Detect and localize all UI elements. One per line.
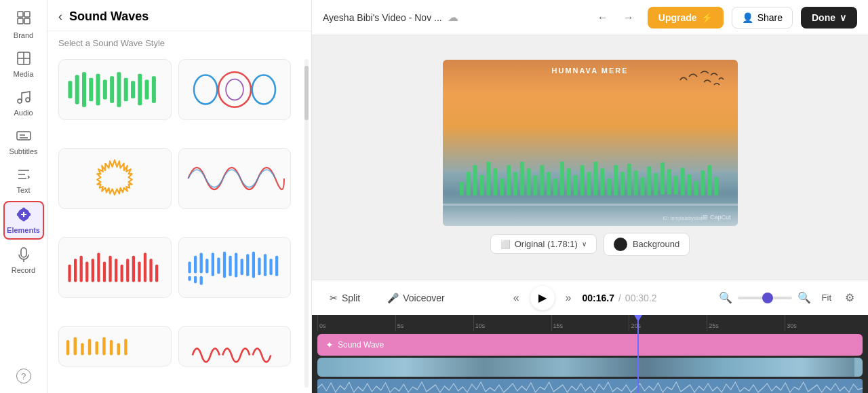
svg-rect-43	[103, 261, 106, 282]
fit-button[interactable]: Fit	[816, 290, 837, 305]
svg-rect-37	[68, 265, 71, 282]
share-button[interactable]: 👤 Share	[732, 7, 793, 29]
sidebar-item-audio[interactable]: Audio	[3, 85, 44, 121]
svg-rect-83	[473, 165, 477, 195]
svg-rect-115	[687, 174, 691, 195]
upgrade-button[interactable]: Upgrade ⚡	[648, 7, 724, 29]
settings-button[interactable]: ⚙	[842, 288, 857, 307]
redo-button[interactable]: →	[618, 9, 639, 26]
project-title: Ayesha Bibi's Video - Nov ...	[323, 12, 442, 23]
help-icon: ?	[16, 369, 31, 383]
skip-forward-button[interactable]: »	[566, 292, 572, 304]
svg-rect-107	[633, 170, 637, 195]
sidebar-item-elements[interactable]: Elements	[3, 201, 44, 240]
wave-style-bars-green[interactable]	[58, 59, 172, 120]
done-button[interactable]: Done ∨	[801, 7, 857, 29]
main-content: Ayesha Bibi's Video - Nov ... ☁ ← → Upgr…	[312, 0, 868, 393]
subtitles-label: Subtitles	[9, 147, 37, 155]
track-video[interactable]	[317, 358, 863, 377]
brand-icon	[16, 10, 32, 29]
watermark-id: ID: templatebysitah	[663, 216, 704, 221]
zoom-in-button[interactable]: 🔍	[797, 291, 811, 304]
svg-point-32	[218, 72, 251, 107]
total-time: 00:30.2	[625, 293, 657, 303]
sidebar-item-help[interactable]: ?	[3, 364, 44, 388]
svg-rect-100	[587, 172, 591, 195]
wave-style-sine[interactable]	[178, 148, 292, 209]
svg-rect-108	[640, 177, 644, 195]
svg-rect-57	[199, 253, 202, 274]
sidebar-item-media[interactable]: Media	[3, 46, 44, 82]
svg-point-33	[226, 79, 243, 100]
subtitles-icon	[16, 128, 32, 145]
canvas-area: HUMNAVA MERE	[312, 35, 868, 280]
wave-style-bars-red[interactable]	[58, 237, 172, 298]
svg-rect-91	[526, 168, 530, 195]
svg-rect-26	[124, 78, 128, 101]
skip-back-button[interactable]: «	[513, 292, 519, 304]
video-overlay-title: HUMNAVA MERE	[551, 67, 628, 75]
aspect-ratio-icon: ⬜	[500, 240, 511, 249]
panel-header: ‹ Sound Waves	[47, 0, 311, 31]
playback-controls: « ▶ » 00:16.7 / 00:30.2	[465, 286, 705, 310]
capcut-watermark: ⊞ CapCut	[703, 214, 731, 221]
sound-waves-panel: ‹ Sound Waves Select a Sound Wave Style	[47, 0, 312, 393]
play-button[interactable]: ▶	[530, 286, 555, 310]
wave-style-circle-orange[interactable]	[58, 148, 172, 209]
split-icon: ✂	[330, 293, 338, 303]
svg-rect-85	[486, 162, 490, 195]
wave-style-partial-2[interactable]	[178, 326, 292, 367]
svg-rect-65	[240, 259, 243, 275]
sidebar-item-record[interactable]: Record	[3, 242, 44, 278]
background-button[interactable]: Background	[604, 233, 690, 256]
sidebar-item-subtitles[interactable]: Subtitles	[3, 124, 44, 160]
undo-button[interactable]: ←	[592, 9, 614, 26]
svg-rect-20	[82, 72, 86, 107]
brand-label: Brand	[14, 31, 33, 39]
svg-rect-103	[607, 179, 611, 195]
wave-style-bars-blue[interactable]	[178, 237, 292, 298]
split-button[interactable]: ✂ Split	[323, 288, 367, 307]
svg-rect-28	[138, 74, 142, 105]
svg-point-14	[28, 214, 30, 216]
svg-rect-0	[18, 12, 23, 17]
svg-rect-27	[131, 81, 135, 98]
svg-rect-61	[217, 257, 220, 274]
svg-rect-47	[126, 259, 129, 282]
background-label: Background	[633, 239, 679, 249]
svg-rect-1	[24, 12, 30, 17]
svg-rect-89	[513, 172, 517, 195]
text-label: Text	[16, 186, 30, 194]
voiceover-button[interactable]: 🎤 Voiceover	[380, 288, 451, 307]
sidebar-item-text[interactable]: Text	[3, 162, 44, 198]
svg-rect-51	[150, 259, 153, 282]
wave-style-partial-1[interactable]	[58, 326, 172, 367]
svg-rect-44	[109, 256, 112, 282]
audio-label: Audio	[14, 109, 33, 117]
svg-rect-73	[74, 337, 77, 356]
svg-rect-94	[547, 172, 551, 195]
svg-rect-48	[132, 256, 135, 282]
svg-rect-56	[194, 276, 197, 283]
svg-rect-101	[593, 162, 597, 195]
svg-rect-50	[144, 253, 146, 282]
nav-buttons: ← →	[592, 9, 639, 26]
svg-rect-3	[24, 18, 30, 24]
timeline: 0s 5s 10s 15s 20s 25s 30s ✦ Sound Wave	[312, 315, 868, 393]
zoom-out-button[interactable]: 🔍	[719, 291, 732, 304]
back-button[interactable]: ‹	[58, 10, 62, 24]
voiceover-icon: 🎤	[387, 293, 399, 303]
svg-rect-95	[553, 179, 557, 195]
upgrade-bolt-icon: ⚡	[701, 12, 713, 23]
aspect-ratio-button[interactable]: ⬜ Original (1.78:1) ∨	[490, 234, 597, 254]
sidebar-item-brand[interactable]: Brand	[3, 5, 44, 43]
wave-style-bubbles[interactable]	[178, 59, 292, 120]
track-sound-wave[interactable]: ✦ Sound Wave	[317, 334, 863, 356]
zoom-slider[interactable]	[738, 297, 792, 299]
upgrade-label: Upgrade	[658, 12, 697, 23]
playhead[interactable]	[637, 315, 639, 331]
zoom-in-icon: 🔍	[797, 292, 811, 303]
svg-rect-81	[459, 181, 463, 195]
bottom-toolbar: ✂ Split 🎤 Voiceover « ▶ » 00:16.7 / 00:3…	[312, 280, 868, 315]
track-audio-waveform[interactable]	[317, 379, 863, 393]
